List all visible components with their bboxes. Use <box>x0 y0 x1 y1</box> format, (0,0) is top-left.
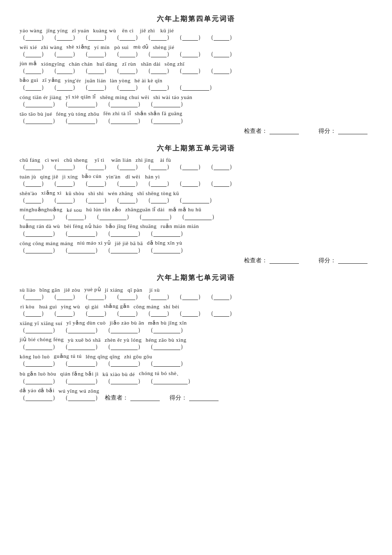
blank-underline[interactable] <box>120 310 135 317</box>
blank-underline[interactable] <box>120 34 135 41</box>
blank-underline[interactable] <box>151 84 167 91</box>
blank-underline[interactable] <box>153 101 180 107</box>
blank-underline[interactable] <box>120 197 135 203</box>
blank-underline[interactable] <box>25 230 52 237</box>
blank-underline[interactable] <box>25 360 52 367</box>
blank-underline[interactable] <box>182 84 209 91</box>
blank-underline[interactable] <box>68 214 84 220</box>
blank-underline[interactable] <box>151 51 167 57</box>
blank-underline[interactable] <box>57 68 73 74</box>
blank-underline[interactable] <box>88 51 104 57</box>
blank-underline[interactable] <box>153 360 180 367</box>
blank-underline[interactable] <box>25 310 41 317</box>
blank-underline[interactable] <box>68 118 95 124</box>
blank-underline[interactable] <box>153 247 180 253</box>
blank-underline[interactable] <box>111 344 138 350</box>
blank-underline[interactable] <box>68 378 95 384</box>
blank-underline[interactable] <box>111 118 138 124</box>
blank-underline[interactable] <box>25 68 41 74</box>
blank-underline[interactable] <box>182 197 209 203</box>
blank-underline[interactable] <box>57 84 73 91</box>
blank-underline[interactable] <box>68 395 95 401</box>
blank-underline[interactable] <box>185 214 212 220</box>
blank-underline[interactable] <box>120 294 135 300</box>
blank-underline[interactable] <box>25 101 52 107</box>
blank-underline[interactable] <box>25 344 52 350</box>
blank-underline[interactable] <box>214 294 229 300</box>
blank-underline[interactable] <box>214 51 229 57</box>
blank-underline[interactable] <box>88 84 104 91</box>
checker-blank[interactable] <box>130 395 160 401</box>
blank-underline[interactable] <box>88 197 104 203</box>
blank-underline[interactable] <box>25 247 52 253</box>
blank-underline[interactable] <box>68 101 95 107</box>
blank-underline[interactable] <box>25 294 41 300</box>
blank-underline[interactable] <box>88 164 104 170</box>
blank-underline[interactable] <box>151 310 167 317</box>
blank-underline[interactable] <box>25 197 41 203</box>
blank-underline[interactable] <box>111 327 138 333</box>
blank-underline[interactable] <box>111 360 138 367</box>
blank-underline[interactable] <box>57 294 73 300</box>
blank-underline[interactable] <box>151 294 167 300</box>
blank-underline[interactable] <box>57 34 73 41</box>
blank-underline[interactable] <box>120 164 135 170</box>
blank-underline[interactable] <box>88 68 104 74</box>
blank-underline[interactable] <box>214 180 229 187</box>
blank-underline[interactable] <box>151 180 167 187</box>
checker-blank[interactable] <box>270 128 299 134</box>
blank-underline[interactable] <box>153 378 188 384</box>
score-blank[interactable] <box>338 128 368 134</box>
blank-underline[interactable] <box>88 294 104 300</box>
blank-underline[interactable] <box>182 34 198 41</box>
blank-underline[interactable] <box>120 84 135 91</box>
blank-underline[interactable] <box>151 164 167 170</box>
blank-underline[interactable] <box>151 197 167 203</box>
blank-underline[interactable] <box>25 51 41 57</box>
blank-underline[interactable] <box>57 51 73 57</box>
blank-underline[interactable] <box>214 68 229 74</box>
blank-underline[interactable] <box>68 360 95 367</box>
blank-underline[interactable] <box>111 230 138 237</box>
blank-underline[interactable] <box>25 214 52 220</box>
blank-underline[interactable] <box>68 327 95 333</box>
blank-underline[interactable] <box>88 310 104 317</box>
blank-underline[interactable] <box>214 34 229 41</box>
score-blank[interactable] <box>189 395 219 401</box>
blank-underline[interactable] <box>142 214 169 220</box>
blank-underline[interactable] <box>151 68 167 74</box>
blank-underline[interactable] <box>25 84 41 91</box>
blank-underline[interactable] <box>120 51 135 57</box>
blank-underline[interactable] <box>214 310 229 317</box>
score-blank[interactable] <box>338 257 368 264</box>
blank-underline[interactable] <box>182 164 198 170</box>
blank-underline[interactable] <box>25 34 41 41</box>
blank-underline[interactable] <box>111 101 138 107</box>
blank-underline[interactable] <box>57 310 73 317</box>
blank-underline[interactable] <box>111 247 138 253</box>
blank-underline[interactable] <box>25 118 52 124</box>
blank-underline[interactable] <box>182 294 198 300</box>
blank-underline[interactable] <box>153 118 180 124</box>
blank-underline[interactable] <box>25 180 41 187</box>
blank-underline[interactable] <box>25 378 52 384</box>
blank-underline[interactable] <box>153 230 180 237</box>
blank-underline[interactable] <box>99 214 126 220</box>
blank-underline[interactable] <box>111 378 138 384</box>
blank-underline[interactable] <box>182 68 198 74</box>
blank-underline[interactable] <box>25 395 52 401</box>
blank-underline[interactable] <box>57 197 73 203</box>
blank-underline[interactable] <box>57 180 73 187</box>
blank-underline[interactable] <box>68 230 95 237</box>
blank-underline[interactable] <box>68 247 95 253</box>
blank-underline[interactable] <box>120 68 135 74</box>
blank-underline[interactable] <box>57 164 73 170</box>
blank-underline[interactable] <box>88 180 104 187</box>
blank-underline[interactable] <box>25 327 52 333</box>
blank-underline[interactable] <box>120 180 135 187</box>
blank-underline[interactable] <box>182 310 198 317</box>
blank-underline[interactable] <box>182 51 198 57</box>
blank-underline[interactable] <box>182 180 198 187</box>
blank-underline[interactable] <box>153 327 180 333</box>
blank-underline[interactable] <box>88 34 104 41</box>
